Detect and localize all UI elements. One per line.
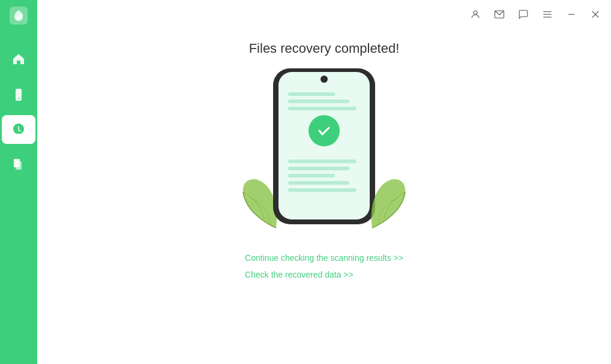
sidebar [0, 0, 37, 364]
close-icon [590, 9, 601, 20]
sidebar-item-device[interactable] [0, 79, 37, 110]
phone-line [288, 167, 349, 170]
action-links: Continue checking the scanning results >… [245, 253, 403, 279]
home-icon [11, 52, 26, 66]
check-recovered-link[interactable]: Check the recovered data >> [245, 270, 354, 279]
phone-line [288, 92, 335, 96]
content-area: Files recovery completed! [37, 29, 611, 279]
mail-icon [494, 9, 505, 20]
logo-icon [10, 7, 28, 25]
phone-line [288, 100, 349, 103]
files-icon [11, 157, 26, 172]
profile-button[interactable] [465, 4, 486, 25]
phone-line [288, 107, 357, 110]
phone-content-lines-bottom [288, 160, 360, 192]
minimize-button[interactable] [561, 4, 582, 25]
check-icon [316, 122, 333, 139]
minimize-icon [566, 9, 577, 20]
app-logo[interactable] [0, 0, 37, 31]
close-button[interactable] [585, 4, 606, 25]
page-title: Files recovery completed! [249, 41, 400, 56]
svg-point-2 [18, 98, 19, 99]
sidebar-item-home[interactable] [0, 43, 37, 74]
phone-line [288, 181, 349, 185]
sidebar-nav [0, 31, 37, 364]
menu-button[interactable] [537, 4, 558, 25]
scan-results-link[interactable]: Continue checking the scanning results >… [245, 253, 403, 263]
profile-icon [470, 9, 481, 20]
device-icon [11, 88, 26, 102]
phone-line [288, 160, 357, 163]
sidebar-item-backup[interactable] [2, 115, 35, 144]
main-content: Files recovery completed! [37, 0, 611, 364]
svg-point-5 [474, 11, 477, 14]
svg-rect-4 [16, 161, 22, 170]
mail-button[interactable] [489, 4, 510, 25]
checkmark-badge [309, 115, 340, 146]
backup-icon [11, 122, 26, 137]
menu-icon [542, 9, 553, 20]
phone-notch [321, 76, 328, 83]
phone-illustration [252, 68, 396, 230]
sidebar-item-files[interactable] [0, 149, 37, 180]
phone-content-lines [288, 92, 360, 110]
titlebar [37, 0, 611, 29]
chat-button[interactable] [513, 4, 534, 25]
chat-icon [518, 9, 529, 20]
phone-line [288, 174, 335, 178]
phone-screen [278, 72, 370, 219]
leaf-right [360, 174, 408, 236]
phone-line [288, 188, 357, 192]
